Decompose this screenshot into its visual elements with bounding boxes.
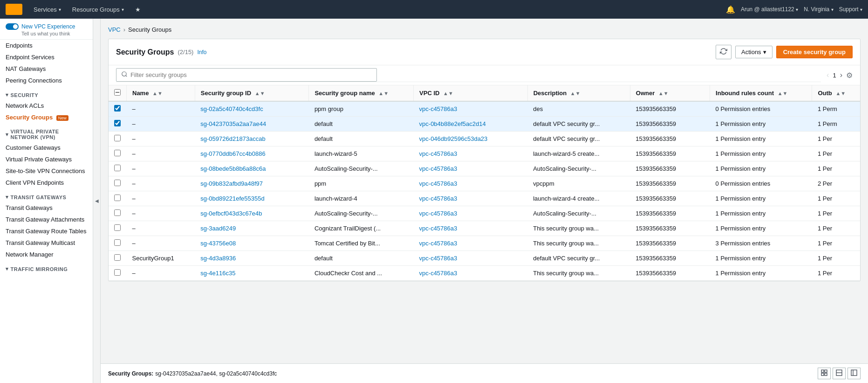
row-sg-id[interactable]: sg-3aad6249 (195, 221, 309, 236)
row-sg-id[interactable]: sg-43756e08 (195, 236, 309, 251)
col-inbound-header[interactable]: Inbound rules count ▲▼ (710, 85, 812, 101)
sidebar-item-virtual-private-gateways[interactable]: Virtual Private Gateways (0, 153, 93, 165)
row-sg-id[interactable]: sg-0efbcf043d3c67e4b (195, 206, 309, 221)
pagination-next-button[interactable]: › (838, 70, 844, 80)
favorites-icon[interactable]: ★ (131, 4, 144, 15)
row-checkbox[interactable] (114, 105, 121, 111)
row-vpc-id[interactable]: vpc-c45786a3 (414, 251, 528, 266)
row-checkbox-cell[interactable] (109, 221, 127, 236)
col-owner-header[interactable]: Owner ▲▼ (630, 85, 710, 101)
col-outbound-header[interactable]: Outb ▲▼ (812, 85, 860, 101)
row-checkbox[interactable] (114, 224, 121, 231)
row-checkbox-cell[interactable] (109, 206, 127, 221)
search-input[interactable] (130, 71, 372, 78)
row-vpc-id[interactable]: vpc-c45786a3 (414, 101, 528, 117)
region-menu[interactable]: N. Virginia ▾ (804, 6, 833, 13)
security-groups-panel: Security Groups (2/15) Info Actions ▾ Cr… (108, 39, 861, 281)
sidebar-item-customer-gateways[interactable]: Customer Gateways (0, 142, 93, 153)
row-checkbox[interactable] (114, 165, 121, 171)
actions-button[interactable]: Actions ▾ (735, 46, 772, 58)
sidebar-item-endpoint-services[interactable]: Endpoint Services (0, 51, 93, 63)
col-desc-header[interactable]: Description ▲▼ (527, 85, 630, 101)
sidebar-item-security-groups[interactable]: Security Groups New (0, 111, 93, 123)
row-vpc-id[interactable]: vpc-c45786a3 (414, 176, 528, 191)
row-description: launch-wizard-4 create... (527, 191, 630, 206)
row-checkbox-cell[interactable] (109, 161, 127, 176)
sidebar-item-client-vpn[interactable]: Client VPN Endpoints (0, 177, 93, 188)
row-sg-id[interactable]: sg-04237035a2aa7ae44 (195, 117, 309, 132)
create-security-group-button[interactable]: Create security group (776, 46, 853, 58)
sidebar-collapse-bar[interactable]: ◀ (93, 19, 101, 289)
row-vpc-id[interactable]: vpc-0b4b88e2ef5ac2d14 (414, 117, 528, 132)
row-checkbox[interactable] (114, 195, 121, 201)
breadcrumb-parent[interactable]: VPC (108, 26, 121, 33)
row-description: default VPC security gr... (527, 117, 630, 132)
refresh-button[interactable] (716, 45, 731, 59)
row-vpc-id[interactable]: vpc-c45786a3 (414, 236, 528, 251)
row-checkbox[interactable] (114, 269, 121, 276)
row-sg-id[interactable]: sg-0bd89221efe55355d (195, 191, 309, 206)
row-checkbox-cell[interactable] (109, 266, 127, 281)
row-checkbox-cell[interactable] (109, 117, 127, 132)
row-checkbox-cell[interactable] (109, 251, 127, 266)
vpc-experience-toggle[interactable]: New VPC Experience (6, 23, 87, 30)
row-inbound: 1 Permission entry (710, 161, 812, 176)
col-sgname-header[interactable]: Security group name ▲▼ (309, 85, 414, 101)
col-name-header[interactable]: Name ▲▼ (127, 85, 195, 101)
row-vpc-id[interactable]: vpc-c45786a3 (414, 191, 528, 206)
row-checkbox[interactable] (114, 180, 121, 186)
resource-groups-menu[interactable]: Resource Groups ▾ (68, 4, 128, 15)
row-checkbox-cell[interactable] (109, 132, 127, 146)
user-menu[interactable]: Arun @ aliastest1122 ▾ (741, 6, 798, 13)
notification-icon[interactable]: 🔔 (726, 5, 735, 14)
row-checkbox-cell[interactable] (109, 191, 127, 206)
table-row: – sg-0bd89221efe55355d launch-wizard-4 v… (109, 191, 860, 206)
row-checkbox[interactable] (114, 254, 121, 261)
row-vpc-id[interactable]: vpc-c45786a3 (414, 206, 528, 221)
settings-icon[interactable]: ⚙ (846, 71, 853, 80)
sidebar-item-network-manager[interactable]: Network Manager (0, 249, 93, 260)
row-sg-id[interactable]: sg-4d3a8936 (195, 251, 309, 266)
row-vpc-id[interactable]: vpc-c45786a3 (414, 266, 528, 281)
row-checkbox[interactable] (114, 150, 121, 156)
sidebar-item-tgw-attachments[interactable]: Transit Gateway Attachments (0, 214, 93, 225)
row-sg-id[interactable]: sg-09b832afbd9a48f97 (195, 176, 309, 191)
sidebar-item-peering-connections[interactable]: Peering Connections (0, 75, 93, 86)
row-checkbox-cell[interactable] (109, 101, 127, 117)
table-row: – sg-4e116c35 CloudCheckr Cost and ... v… (109, 266, 860, 281)
services-menu[interactable]: Services ▾ (30, 4, 65, 15)
row-sg-id[interactable]: sg-4e116c35 (195, 266, 309, 281)
row-checkbox[interactable] (114, 239, 121, 246)
sidebar-item-tgw-multicast[interactable]: Transit Gateway Multicast (0, 237, 93, 249)
row-checkbox[interactable] (114, 135, 121, 141)
row-checkbox-cell[interactable] (109, 146, 127, 161)
row-sg-id[interactable]: sg-02a5c40740c4cd3fc (195, 101, 309, 117)
sidebar-item-site-to-site-vpn[interactable]: Site-to-Site VPN Connections (0, 165, 93, 177)
row-owner: 153935663359 (630, 146, 710, 161)
row-checkbox-cell[interactable] (109, 236, 127, 251)
sidebar-item-endpoints[interactable]: Endpoints (0, 40, 93, 51)
row-vpc-id[interactable]: vpc-046db92596c53da23 (414, 132, 528, 146)
row-sg-id[interactable]: sg-059726d21873accab (195, 132, 309, 146)
select-all-checkbox[interactable] (114, 89, 121, 96)
support-menu[interactable]: Support ▾ (839, 6, 862, 13)
sidebar-item-network-acls[interactable]: Network ACLs (0, 100, 93, 111)
info-link[interactable]: Info (197, 49, 206, 56)
row-vpc-id[interactable]: vpc-c45786a3 (414, 161, 528, 176)
row-checkbox[interactable] (114, 209, 121, 216)
row-inbound: 1 Permission entry (710, 132, 812, 146)
row-checkbox-cell[interactable] (109, 176, 127, 191)
row-sg-id[interactable]: sg-0770ddb67cc4b0886 (195, 146, 309, 161)
sidebar-item-tgw-route-tables[interactable]: Transit Gateway Route Tables (0, 225, 93, 237)
row-checkbox[interactable] (114, 120, 121, 126)
row-vpc-id[interactable]: vpc-c45786a3 (414, 221, 528, 236)
select-all-header[interactable] (109, 85, 127, 101)
row-description: AutoScaling-Security-... (527, 161, 630, 176)
sidebar-item-transit-gateways[interactable]: Transit Gateways (0, 202, 93, 214)
row-vpc-id[interactable]: vpc-c45786a3 (414, 146, 528, 161)
col-sgid-header[interactable]: Security group ID ▲▼ (195, 85, 309, 101)
row-sg-id[interactable]: sg-08bede5b8b6a88c6a (195, 161, 309, 176)
pagination-prev-button[interactable]: ‹ (825, 70, 831, 80)
sidebar-item-nat-gateways[interactable]: NAT Gateways (0, 63, 93, 75)
col-vpcid-header[interactable]: VPC ID ▲▼ (414, 85, 528, 101)
